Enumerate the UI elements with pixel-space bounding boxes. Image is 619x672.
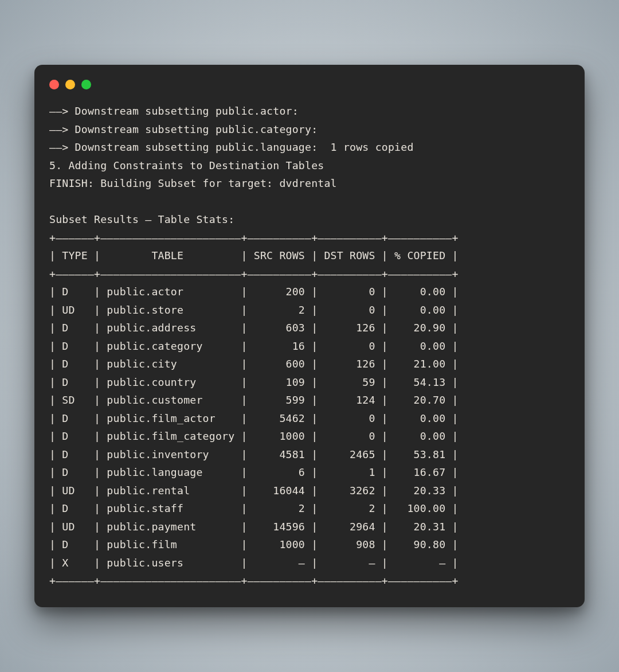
window-controls [49, 80, 570, 89]
minimize-icon[interactable] [65, 80, 75, 89]
terminal-output: ——> Downstream subsetting public.actor: … [49, 102, 570, 589]
close-icon[interactable] [49, 80, 59, 89]
maximize-icon[interactable] [81, 80, 91, 89]
terminal-window: ——> Downstream subsetting public.actor: … [34, 65, 585, 607]
